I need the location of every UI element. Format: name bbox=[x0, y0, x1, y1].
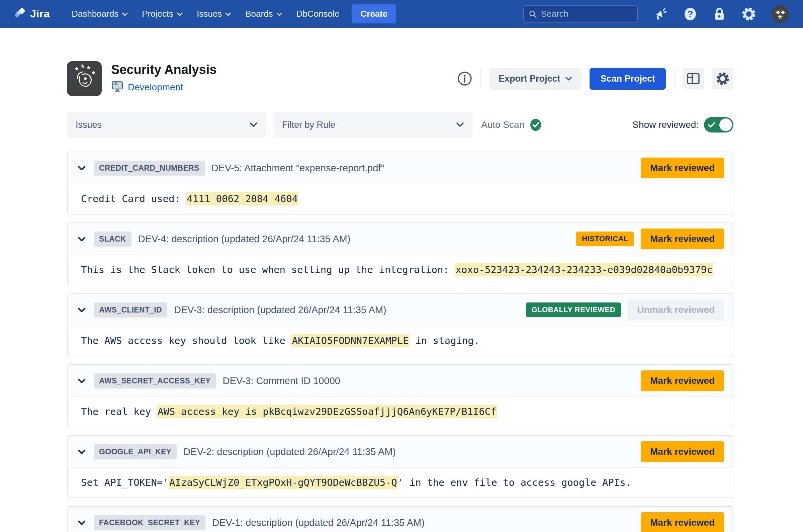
layout-panel-button[interactable] bbox=[683, 68, 704, 89]
search-box[interactable] bbox=[523, 5, 638, 23]
rule-badge: CREDIT_CARD_NUMBERS bbox=[94, 160, 205, 176]
expand-chevron-button[interactable] bbox=[76, 306, 87, 314]
finding-card: GOOGLE_API_KEY DEV-2: description (updat… bbox=[67, 435, 733, 498]
review-action-button[interactable]: Unmark reviewed bbox=[628, 300, 724, 320]
review-action-button[interactable]: Mark reviewed bbox=[641, 441, 724, 462]
header-actions: Export Project Scan Project bbox=[457, 68, 733, 90]
snippet-text: The real key bbox=[81, 406, 157, 417]
review-action-button[interactable]: Mark reviewed bbox=[641, 157, 724, 178]
finding-header-actions: GLOBALLY REVIEWED Unmark reviewed bbox=[526, 300, 724, 320]
finding-header-actions: Mark reviewed bbox=[641, 157, 724, 178]
review-action-button[interactable]: Mark reviewed bbox=[641, 512, 724, 532]
rule-badge: AWS_SECRET_ACCESS_KEY bbox=[94, 374, 216, 388]
finding-title: DEV-5: Attachment "expense-report.pdf" bbox=[211, 163, 384, 174]
status-badge: GLOBALLY REVIEWED bbox=[526, 302, 621, 317]
sensitive-value-highlight: AWS access key is pkBcqiwzv29DEzGSSoafjj… bbox=[157, 405, 497, 418]
chevron-down-icon bbox=[122, 12, 128, 16]
create-button[interactable]: Create bbox=[352, 4, 396, 23]
announcement-icon[interactable] bbox=[654, 7, 668, 21]
lock-icon[interactable] bbox=[713, 7, 726, 21]
rule-badge: SLACK bbox=[94, 231, 132, 247]
chevron-down-icon bbox=[78, 307, 85, 312]
chevron-down-icon bbox=[78, 378, 85, 383]
chevron-down-icon bbox=[456, 122, 464, 127]
page-content: **** Security Analysis Development bbox=[0, 61, 803, 532]
finding-title: DEV-4: description (updated 26/Apr/24 11… bbox=[138, 233, 351, 245]
rule-filter-select[interactable]: Filter by Rule bbox=[273, 112, 473, 137]
chevron-down-icon bbox=[566, 77, 572, 81]
sensitive-value-highlight: 4111 0062 2084 4604 bbox=[186, 192, 299, 206]
show-reviewed-toggle[interactable] bbox=[704, 117, 733, 133]
snippet-text: The AWS access key should look like bbox=[81, 335, 291, 346]
export-project-button[interactable]: Export Project bbox=[489, 68, 582, 90]
scan-project-button[interactable]: Scan Project bbox=[590, 68, 666, 90]
auto-scan-label: Auto Scan bbox=[481, 119, 524, 130]
nav-item-boards[interactable]: Boards bbox=[238, 0, 289, 28]
finding-header-actions: HISTORICAL Mark reviewed bbox=[576, 229, 724, 249]
settings-button[interactable] bbox=[712, 68, 733, 89]
nav-item-dashboards[interactable]: Dashboards bbox=[64, 0, 135, 28]
expand-chevron-button[interactable] bbox=[76, 164, 87, 172]
finding-snippet: This is the Slack token to use when sett… bbox=[68, 255, 733, 285]
auto-scan-status: Auto Scan bbox=[481, 118, 542, 132]
finding-card-header: SLACK DEV-4: description (updated 26/Apr… bbox=[68, 223, 733, 255]
status-badge: HISTORICAL bbox=[576, 231, 634, 246]
nav-item-projects[interactable]: Projects bbox=[135, 0, 190, 28]
page-title: Security Analysis bbox=[111, 63, 216, 77]
finding-title: DEV-3: Comment ID 10000 bbox=[223, 375, 340, 386]
chevron-down-icon bbox=[276, 12, 282, 16]
finding-header-actions: Mark reviewed bbox=[641, 370, 724, 391]
jira-logo-icon bbox=[14, 7, 26, 21]
finding-card-header: GOOGLE_API_KEY DEV-2: description (updat… bbox=[68, 436, 733, 468]
svg-text:*: * bbox=[81, 64, 85, 73]
snippet-text: Credit Card used: bbox=[81, 193, 186, 205]
settings-gear-icon[interactable] bbox=[742, 7, 756, 21]
findings-list: CREDIT_CARD_NUMBERS DEV-5: Attachment "e… bbox=[67, 152, 733, 532]
finding-card-header: AWS_CLIENT_ID DEV-3: description (update… bbox=[68, 294, 733, 326]
project-subtitle: Development bbox=[111, 80, 216, 94]
chevron-down-icon bbox=[250, 122, 257, 127]
info-icon[interactable] bbox=[457, 71, 473, 86]
divider bbox=[674, 69, 674, 88]
chevron-down-icon bbox=[78, 236, 85, 242]
show-reviewed-label: Show reviewed: bbox=[632, 119, 699, 130]
project-link[interactable]: Development bbox=[128, 82, 183, 93]
expand-chevron-button[interactable] bbox=[76, 377, 87, 385]
svg-text:*: * bbox=[75, 65, 79, 75]
project-header: **** Security Analysis Development bbox=[67, 61, 733, 96]
expand-chevron-button[interactable] bbox=[76, 519, 87, 527]
svg-text:?: ? bbox=[688, 9, 693, 19]
chevron-down-icon bbox=[177, 12, 183, 16]
expand-chevron-button[interactable] bbox=[76, 448, 87, 456]
chevron-down-icon bbox=[225, 12, 231, 16]
nav-item-issues[interactable]: Issues bbox=[190, 0, 238, 28]
finding-card: AWS_SECRET_ACCESS_KEY DEV-3: Comment ID … bbox=[67, 364, 733, 427]
review-action-button[interactable]: Mark reviewed bbox=[641, 370, 724, 391]
finding-title: DEV-2: description (updated 26/Apr/24 11… bbox=[183, 446, 396, 457]
finding-card-header: CREDIT_CARD_NUMBERS DEV-5: Attachment "e… bbox=[68, 152, 733, 184]
sensitive-value-highlight: AIzaSyCLWjZ0_ETxgPOxH-gQYT9ODeWcBBZU5-Q bbox=[169, 476, 398, 489]
chevron-down-icon bbox=[78, 520, 85, 525]
project-category-icon bbox=[111, 80, 124, 94]
finding-card-header: AWS_SECRET_ACCESS_KEY DEV-3: Comment ID … bbox=[68, 365, 733, 397]
review-action-button[interactable]: Mark reviewed bbox=[641, 229, 724, 249]
expand-chevron-button[interactable] bbox=[76, 235, 87, 243]
auto-scan-check-icon[interactable] bbox=[529, 118, 542, 132]
project-avatar: **** bbox=[67, 61, 102, 96]
title-block: Security Analysis Development bbox=[111, 63, 216, 94]
finding-title: DEV-3: description (updated 26/Apr/24 11… bbox=[174, 304, 386, 316]
help-icon[interactable]: ? bbox=[683, 7, 697, 21]
jira-logo[interactable]: Jira bbox=[14, 7, 50, 21]
chevron-down-icon bbox=[78, 449, 85, 454]
search-input[interactable] bbox=[541, 9, 632, 19]
issues-filter-select[interactable]: Issues bbox=[67, 112, 266, 137]
finding-snippet: The AWS access key should look like AKIA… bbox=[68, 326, 733, 356]
user-avatar[interactable] bbox=[771, 5, 789, 23]
jira-logo-text: Jira bbox=[30, 8, 50, 20]
gear-icon bbox=[716, 72, 730, 86]
finding-card-header: FACEBOOK_SECRET_KEY DEV-1: description (… bbox=[68, 507, 733, 532]
nav-item-dbconsole[interactable]: DbConsole bbox=[289, 0, 347, 28]
snippet-text: ' in the env file to access google APIs. bbox=[398, 477, 631, 488]
finding-snippet: Credit Card used: 4111 0062 2084 4604 bbox=[68, 184, 733, 214]
finding-card: SLACK DEV-4: description (updated 26/Apr… bbox=[67, 223, 733, 285]
